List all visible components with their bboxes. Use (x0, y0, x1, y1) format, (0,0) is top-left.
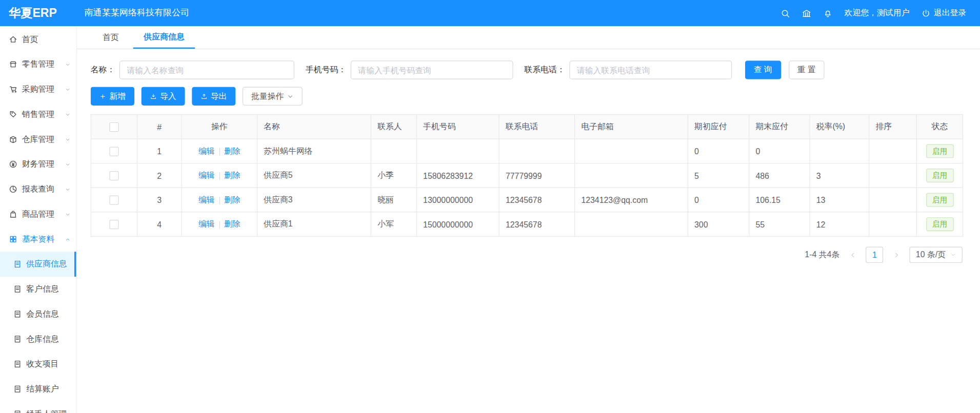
row-phone: 13000000000 (416, 188, 499, 212)
row-tax-rate: 12 (810, 212, 869, 237)
topbar: 华夏ERP 南通某某网络科技有限公司 欢迎您，测试用户 退出登录 (0, 0, 980, 26)
sidebar-subitem-0[interactable]: 供应商信息 (0, 252, 76, 277)
sidebar-item-5[interactable]: 财务管理 (0, 152, 76, 177)
edit-link[interactable]: 编辑 (198, 219, 215, 229)
sidebar-item-8[interactable]: 基本资料 (0, 226, 76, 252)
bank-icon[interactable] (802, 8, 811, 17)
sidebar-subitem-6[interactable]: 经手人管理 (0, 402, 76, 413)
sidebar-item-label: 采购管理 (22, 84, 54, 95)
sidebar-subitem-4[interactable]: 收支项目 (0, 352, 76, 377)
goods-icon (9, 210, 17, 219)
sidebar-subitem-3[interactable]: 仓库信息 (0, 326, 76, 352)
purchase-icon (9, 85, 17, 94)
status-badge: 启用 (926, 217, 954, 231)
sidebar-subitem-label: 仓库信息 (26, 334, 58, 345)
chevron-down-icon (950, 252, 956, 258)
delete-link[interactable]: 删除 (224, 219, 241, 229)
sidebar-item-1[interactable]: 零售管理 (0, 52, 76, 77)
page-number-button[interactable]: 1 (866, 246, 883, 263)
content: 名称： 手机号码： 联系电话： 查 询 重 置 新增 (77, 49, 980, 263)
logout-button[interactable]: 退出登录 (921, 8, 966, 19)
col-header-0: # (137, 115, 182, 139)
sidebar-item-7[interactable]: 商品管理 (0, 202, 76, 227)
row-checkbox[interactable] (109, 147, 118, 156)
row-checkbox[interactable] (109, 196, 118, 205)
export-icon (201, 93, 207, 99)
batch-actions-dropdown[interactable]: 批量操作 (243, 87, 303, 106)
tel-filter-label: 联系电话： (525, 65, 565, 76)
user-menu[interactable]: 欢迎您，测试用户 (845, 8, 910, 19)
sidebar-item-2[interactable]: 采购管理 (0, 77, 76, 102)
phone-filter-input[interactable] (351, 60, 513, 79)
sidebar-item-0[interactable]: 首页 (0, 27, 76, 52)
retail-icon (9, 60, 17, 69)
bell-icon[interactable] (823, 8, 832, 17)
sidebar-item-3[interactable]: 销售管理 (0, 102, 76, 127)
search-button[interactable]: 查 询 (745, 60, 781, 79)
sidebar-subitem-label: 经手人管理 (26, 408, 67, 413)
chevron-down-icon (950, 252, 956, 258)
import-button[interactable]: 导入 (141, 87, 185, 106)
row-telephone (499, 139, 574, 163)
sidebar-item-label: 仓库管理 (22, 134, 54, 145)
col-header-6: 电子邮箱 (575, 115, 688, 139)
sidebar-item-6[interactable]: 报表查询 (0, 177, 76, 202)
row-sort (869, 188, 917, 212)
op-divider (219, 172, 219, 180)
row-telephone: 12345678 (499, 188, 574, 212)
row-name: 苏州蜗牛网络 (257, 139, 371, 163)
sidebar-subitem-5[interactable]: 结算账户 (0, 377, 76, 402)
logout-label: 退出登录 (934, 8, 966, 19)
sidebar-subitem-1[interactable]: 客户信息 (0, 277, 76, 302)
finance-icon (9, 160, 17, 169)
row-begin-payable: 5 (688, 163, 749, 188)
delete-link[interactable]: 删除 (224, 146, 241, 155)
tabbar: 首页供应商信息 (77, 26, 980, 49)
doc-icon (13, 385, 22, 394)
edit-link[interactable]: 编辑 (198, 146, 215, 155)
app-logo: 华夏ERP (0, 5, 77, 22)
op-divider (219, 221, 219, 229)
row-phone: 15000000000 (416, 212, 499, 237)
col-header-1: 操作 (182, 115, 257, 139)
prev-page-button[interactable] (846, 246, 859, 263)
name-filter-input[interactable] (119, 60, 294, 79)
tab-1[interactable]: 供应商信息 (133, 26, 195, 49)
chevron-down-icon (65, 61, 71, 67)
add-button[interactable]: 新增 (91, 87, 134, 106)
row-contact (371, 139, 416, 163)
reset-button[interactable]: 重 置 (789, 60, 825, 79)
toolbar: 新增 导入 导出 批量操作 (91, 87, 980, 106)
table-row: 1编辑删除苏州蜗牛网络00启用 (91, 139, 963, 163)
doc-icon (13, 260, 22, 269)
page-size-select[interactable]: 10 条/页 (910, 246, 963, 263)
col-header-2: 名称 (257, 115, 371, 139)
chevron-down-icon (65, 87, 71, 92)
row-checkbox[interactable] (109, 171, 118, 180)
row-checkbox[interactable] (109, 220, 118, 229)
select-all-checkbox[interactable] (109, 122, 118, 132)
tab-0[interactable]: 首页 (92, 26, 129, 49)
sidebar-item-label: 零售管理 (22, 59, 54, 70)
tel-filter-input[interactable] (569, 60, 732, 79)
edit-link[interactable]: 编辑 (198, 195, 215, 204)
row-end-payable: 55 (749, 212, 810, 237)
phone-filter-label: 手机号码： (306, 65, 346, 76)
delete-link[interactable]: 删除 (224, 195, 241, 204)
warehouse-icon (9, 135, 17, 143)
next-page-button[interactable] (890, 246, 904, 263)
chevron-down-icon (65, 212, 71, 217)
basic-icon (9, 235, 17, 243)
chevron-down-icon (287, 93, 293, 99)
delete-link[interactable]: 删除 (224, 171, 241, 180)
sidebar-subitem-2[interactable]: 会员信息 (0, 302, 76, 327)
import-button-label: 导入 (160, 91, 176, 102)
status-badge: 启用 (926, 144, 954, 158)
edit-link[interactable]: 编辑 (198, 171, 215, 180)
search-icon[interactable] (781, 8, 790, 17)
sidebar-item-4[interactable]: 仓库管理 (0, 127, 76, 152)
row-index: 1 (137, 139, 182, 163)
export-button[interactable]: 导出 (192, 87, 235, 106)
import-icon (150, 93, 157, 99)
table-row: 2编辑删除供应商5小季158062839127777999954863启用 (91, 163, 963, 188)
